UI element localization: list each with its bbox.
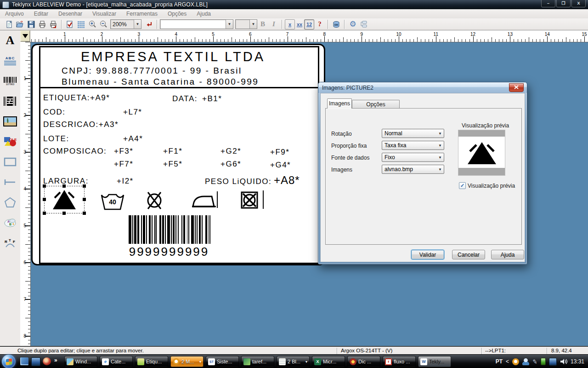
handle[interactable] — [62, 184, 66, 188]
ajuda-button[interactable]: Ajuda — [491, 250, 524, 259]
handle[interactable] — [83, 198, 86, 201]
cod-value[interactable]: +L7* — [123, 108, 142, 117]
taskbar-button-4[interactable]: STSiste... — [206, 356, 239, 367]
rtf-tool[interactable]: RTF — [1, 235, 19, 251]
text-tool[interactable]: A — [1, 32, 19, 49]
language-indicator[interactable]: PT — [496, 358, 503, 365]
etiqueta-label[interactable]: ETIQUETA: — [43, 93, 90, 103]
menu-desenhar[interactable]: Desenhar — [53, 10, 87, 18]
validate-icon[interactable] — [64, 19, 75, 29]
monitor-icon[interactable] — [549, 358, 557, 366]
label-body-box[interactable]: ETIQUETA: +A9* DATA: +B1* COD: +L7* DESC… — [39, 87, 319, 264]
image-tool[interactable] — [1, 113, 19, 130]
rectangle-tool[interactable] — [1, 154, 19, 170]
zoom-out-icon[interactable] — [97, 19, 108, 29]
variable-length-button[interactable]: xx — [295, 20, 304, 29]
zoom-in-icon[interactable] — [86, 19, 97, 29]
font-size-select[interactable]: ▼ — [235, 19, 257, 29]
italic-button[interactable]: I — [268, 19, 279, 29]
help-icon[interactable]: ? — [314, 19, 325, 29]
handle[interactable] — [83, 212, 86, 215]
comp-value[interactable]: +G2* — [220, 147, 241, 156]
taskbar-button-5[interactable]: taref... — [241, 356, 274, 367]
menu-visualizar[interactable]: Visualizar — [87, 10, 121, 18]
fonte-dados-select[interactable]: Fixo▼ — [382, 153, 444, 162]
switch-windows-icon[interactable] — [20, 357, 28, 365]
peso-label[interactable]: PESO LiQUIDO: — [205, 177, 271, 186]
palette-color-tool[interactable]: AB — [1, 214, 19, 231]
preview-checkbox[interactable]: ✓ — [459, 182, 466, 189]
taskbar-button-10[interactable]: WTekly... — [418, 356, 451, 367]
company-address[interactable]: Blumenau - Santa Catarina - 89000-999 — [62, 77, 259, 87]
gear-icon[interactable]: ⚙ — [347, 19, 358, 29]
comp-value[interactable]: +G4* — [270, 161, 291, 170]
menu-opcoes[interactable]: Opções — [163, 10, 192, 18]
speaker-icon[interactable] — [560, 358, 567, 365]
lote-label[interactable]: LOTE: — [43, 134, 69, 144]
restore-button[interactable]: ❐ — [556, 0, 571, 7]
company-cnpj[interactable]: CNPJ: 99.888.777/0001 - 99 - Brasil — [62, 66, 242, 76]
peso-value[interactable]: +A8* — [274, 174, 300, 187]
group-arrow-icon[interactable]: ▾ — [199, 360, 201, 364]
handle[interactable] — [43, 184, 46, 188]
browser-icon[interactable] — [43, 357, 51, 365]
minimize-button[interactable]: – — [541, 0, 555, 7]
group-arrow-icon[interactable]: ▾ — [305, 360, 307, 364]
handle[interactable] — [43, 198, 46, 201]
largura-value[interactable]: +I2* — [117, 177, 134, 186]
comp-value[interactable]: +F9* — [270, 148, 289, 157]
taskbar-button-7[interactable]: XMicr... — [312, 356, 345, 367]
etiqueta-value[interactable]: +A9* — [90, 93, 110, 103]
new-icon[interactable] — [4, 19, 15, 29]
comp-value[interactable]: +F5* — [163, 160, 182, 169]
wash-40-icon[interactable]: 40 — [100, 191, 125, 211]
save-icon[interactable] — [26, 19, 37, 29]
handle[interactable] — [83, 184, 86, 188]
menu-ajuda[interactable]: Ajuda — [192, 10, 216, 18]
handle[interactable] — [43, 212, 46, 215]
font-name-select[interactable]: ▼ — [160, 19, 233, 29]
bold-button[interactable]: B — [257, 19, 268, 29]
data-value[interactable]: +B1* — [202, 94, 222, 104]
pen-icon[interactable]: ✎ — [532, 358, 538, 366]
comp-value[interactable]: +F1* — [163, 147, 182, 156]
fixed-length-button[interactable]: x — [285, 19, 295, 29]
dialog-title-bar[interactable]: Imagens: PICTURE2 — [318, 82, 527, 93]
tab-opcoes-avancadas[interactable]: Opções Avançadas — [352, 100, 400, 109]
database-icon[interactable]: DB — [331, 19, 342, 29]
line-tool[interactable] — [1, 174, 19, 190]
barcode-tool[interactable]: 107963 — [1, 73, 19, 89]
ole-tool[interactable]: OLE — [1, 133, 19, 150]
taskbar-button-0[interactable]: Wind... — [64, 356, 97, 367]
taskbar-button-2[interactable]: Etiqu... — [135, 356, 168, 367]
menu-editar[interactable]: Editar — [29, 10, 53, 18]
close-button[interactable]: X — [571, 0, 586, 7]
lote-value[interactable]: +A4* — [123, 134, 143, 144]
polygon-tool[interactable] — [1, 194, 19, 211]
taskbar-button-9[interactable]: ffluxo ... — [383, 356, 416, 367]
taskbar-clock[interactable]: 13:31 — [571, 358, 584, 365]
grid-icon[interactable] — [75, 19, 86, 29]
validar-button[interactable]: Validar — [411, 250, 444, 259]
start-button[interactable] — [2, 355, 16, 368]
company-name[interactable]: EMPRESA TEXTIL LTDA — [81, 49, 265, 64]
open-icon[interactable] — [15, 19, 26, 29]
print-icon[interactable] — [37, 19, 48, 29]
proporcao-select[interactable]: Taxa fixa▼ — [382, 141, 444, 150]
taskbar-button-8[interactable]: Dic ... — [347, 356, 380, 367]
taskbar-button-6[interactable]: 2 Bl...▾ — [277, 356, 310, 367]
dialog-close-button[interactable] — [509, 83, 524, 92]
numeric-button[interactable]: 12 — [304, 19, 314, 29]
composicao-label[interactable]: COMPOSICAO: — [43, 147, 107, 156]
print-setup-icon[interactable] — [48, 19, 59, 29]
data-label[interactable]: DATA: — [172, 94, 198, 104]
no-tumble-dry-icon[interactable] — [241, 191, 258, 211]
iron-icon[interactable] — [192, 193, 216, 210]
label-header-box[interactable]: EMPRESA TEXTIL LTDA CNPJ: 99.888.777/000… — [39, 46, 319, 88]
menu-arquivo[interactable]: Arquivo — [0, 10, 29, 18]
cod-label[interactable]: COD: — [43, 108, 66, 117]
form-tree-icon[interactable] — [358, 19, 369, 29]
tray-chevron[interactable]: < — [506, 358, 509, 365]
taskbar-button-3[interactable]: 2 M...▾ — [170, 356, 204, 367]
barcode-value[interactable]: 9999999999 — [100, 245, 238, 259]
